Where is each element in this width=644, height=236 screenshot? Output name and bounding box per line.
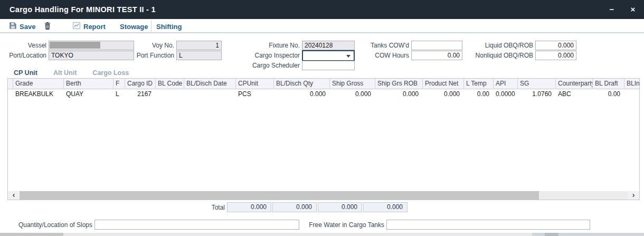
grid-header-counterparty[interactable]: Counterparty: [556, 79, 593, 89]
total-ship-gross: 0.000: [272, 202, 317, 212]
scrollbar-track[interactable]: [539, 191, 628, 200]
trash-icon: [44, 22, 51, 31]
voy-no-field[interactable]: [176, 41, 222, 50]
cell-l-temp[interactable]: 0.00: [464, 89, 494, 99]
chart-icon: [73, 22, 80, 31]
toolbar-divider: [151, 21, 151, 32]
slops-field[interactable]: [94, 220, 299, 230]
slops-label: Quantity/Location of Slops: [0, 220, 92, 230]
cell-bl-disch-qty[interactable]: 0.000: [274, 89, 330, 99]
cell-bl-code[interactable]: [156, 89, 184, 99]
minimize-button[interactable]: −: [603, 4, 620, 15]
liquid-obq-field[interactable]: [535, 41, 576, 50]
liquid-obq-field-wrap: [535, 41, 576, 50]
cargo-scheduler-field-wrap: [302, 61, 355, 70]
grid-header-ship-grs-rob[interactable]: Ship Grs ROB: [375, 79, 423, 89]
cargo-inspector-label: Cargo Inspector: [227, 51, 300, 60]
cell-blinfo[interactable]: [624, 89, 640, 99]
cell-bl-disch-date[interactable]: [184, 89, 236, 99]
total-ship-grs-rob: 0.000: [318, 202, 362, 212]
window-title: Cargo Handling For MINORI TEST II - 1: [10, 5, 156, 14]
grid-header-api[interactable]: API: [494, 79, 518, 89]
scroll-left-icon[interactable]: ‹: [8, 191, 20, 200]
cell-ship-gross[interactable]: 0.000: [330, 89, 375, 99]
scroll-right-icon[interactable]: ›: [628, 191, 639, 200]
title-bar: Cargo Handling For MINORI TEST II - 1 − …: [0, 0, 644, 19]
save-button[interactable]: Save: [10, 21, 35, 32]
grid-header-grade[interactable]: Grade: [13, 79, 64, 89]
grid-header-product-net[interactable]: Product Net: [423, 79, 464, 89]
tanks-cowd-label: Tanks COW'd: [346, 41, 409, 50]
grid-horizontal-scrollbar: ‹ ›: [8, 191, 639, 200]
free-water-label: Free Water in Cargo Tanks: [296, 220, 384, 230]
bottom-scrollbar-thumb[interactable]: [0, 233, 63, 236]
cell-sg[interactable]: 1.0760: [518, 89, 556, 99]
toolbar: Save Report Stowage Shifting: [0, 19, 644, 33]
slops-field-wrap: [94, 220, 299, 230]
port-location-label: Port/Location: [0, 51, 46, 60]
cargo-scheduler-field[interactable]: [302, 61, 355, 70]
cell-grade[interactable]: BREAKBULK: [13, 89, 64, 99]
cell-ship-grs-rob[interactable]: 0.000: [375, 89, 423, 99]
liquid-obq-label: Liquid OBQ/ROB: [449, 41, 533, 50]
table-row[interactable]: BREAKBULK QUAY L 2167 PCS 0.000 0.000 0.…: [8, 89, 639, 99]
cargo-scheduler-label: Cargo Scheduler: [227, 61, 300, 70]
voy-no-field-wrap: [176, 41, 222, 50]
floppy-icon: [10, 22, 16, 31]
total-bl-disch-qty: 0.000: [227, 202, 271, 212]
port-function-label: Port Function: [121, 51, 174, 60]
grid-header-selector: [8, 79, 13, 89]
cell-cargo-id[interactable]: 2167: [125, 89, 156, 99]
cell-bl-draft[interactable]: 0.00: [593, 89, 624, 99]
cell-f[interactable]: L: [113, 89, 125, 99]
grid-header-bl-disch-qty[interactable]: BL/Disch Qty: [274, 79, 330, 89]
window-bottom-scrollbar: [0, 233, 644, 236]
cell-api[interactable]: 0.0000: [494, 89, 518, 99]
report-button[interactable]: Report: [73, 21, 106, 32]
total-label: Total: [172, 203, 225, 212]
grid-header-bl-code[interactable]: BL Code: [156, 79, 184, 89]
cargo-grid: Grade Berth F Cargo ID BL Code BL/Disch …: [7, 78, 640, 200]
grid-header-sg[interactable]: SG: [518, 79, 556, 89]
free-water-field-wrap: [386, 220, 590, 230]
voy-no-label: Voy No.: [121, 41, 174, 50]
vessel-redaction-block: [50, 42, 100, 49]
bottom-scrollbar-notch: [545, 233, 558, 236]
grid-header-bl-draft[interactable]: BL Draft: [593, 79, 624, 89]
port-function-field[interactable]: [176, 51, 222, 60]
grid-header-l-temp[interactable]: L Temp: [464, 79, 494, 89]
grid-header-f[interactable]: F: [113, 79, 125, 89]
free-water-field[interactable]: [386, 220, 590, 230]
cell-berth[interactable]: QUAY: [64, 89, 113, 99]
grid-header-cpunit[interactable]: CPUnit: [236, 79, 274, 89]
stowage-button[interactable]: Stowage: [120, 21, 148, 32]
cell-cpunit[interactable]: PCS: [236, 89, 274, 99]
scrollbar-thumb[interactable]: [20, 191, 539, 200]
fixture-no-label: Fixture No.: [227, 41, 300, 50]
grid-header-ship-gross[interactable]: Ship Gross: [330, 79, 375, 89]
close-button[interactable]: ×: [624, 4, 641, 15]
grid-header-cargo-id[interactable]: Cargo ID: [125, 79, 156, 89]
grid-header-berth[interactable]: Berth: [64, 79, 113, 89]
port-function-field-wrap: [176, 51, 222, 60]
nonliquid-obq-label: Nonliquid OBQ/ROB: [449, 51, 533, 60]
nonliquid-obq-field-wrap: [535, 51, 576, 60]
vessel-label: Vessel: [0, 41, 46, 50]
cell-product-net[interactable]: 0.000: [423, 89, 464, 99]
grid-header-row: Grade Berth F Cargo ID BL Code BL/Disch …: [8, 79, 639, 89]
delete-button[interactable]: [44, 21, 51, 32]
shifting-button[interactable]: Shifting: [156, 21, 182, 32]
cell-selector[interactable]: [8, 89, 13, 99]
grid-header-blinfo[interactable]: BLInfo: [624, 79, 640, 89]
nonliquid-obq-field[interactable]: [535, 51, 576, 60]
grid-body: BREAKBULK QUAY L 2167 PCS 0.000 0.000 0.…: [8, 89, 639, 191]
total-product-net: 0.000: [363, 202, 408, 212]
cargo-handling-window: Cargo Handling For MINORI TEST II - 1 − …: [0, 0, 644, 236]
cow-hours-label: COW Hours: [346, 51, 409, 60]
cell-counterparty[interactable]: ABC: [556, 89, 593, 99]
grid-header-bl-disch-date[interactable]: BL/Disch Date: [184, 79, 236, 89]
